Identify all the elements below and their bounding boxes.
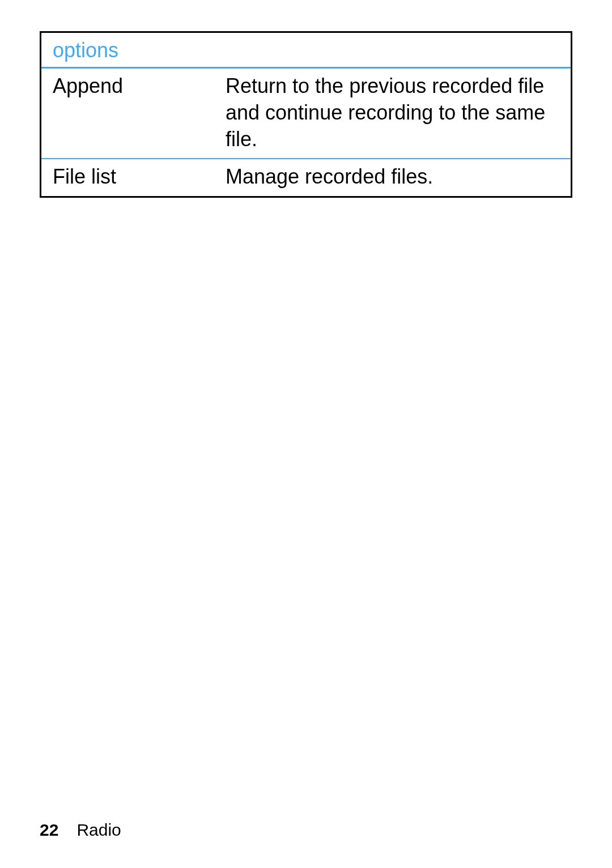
section-name: Radio (76, 820, 121, 840)
page-number: 22 (40, 820, 58, 840)
page-container: options Append Return to the previous re… (0, 0, 612, 198)
table-header-text: options (53, 39, 118, 62)
page-footer: 22 Radio (40, 820, 121, 840)
options-table: options Append Return to the previous re… (40, 31, 572, 198)
table-row: File list Manage recorded files. (41, 159, 571, 196)
row-label-filelist: File list (53, 164, 226, 190)
row-description-append: Return to the previous recorded file and… (226, 73, 559, 152)
row-label-append: Append (53, 73, 226, 152)
table-header: options (41, 33, 571, 69)
row-description-filelist: Manage recorded files. (226, 164, 559, 190)
table-row: Append Return to the previous recorded f… (41, 69, 571, 159)
